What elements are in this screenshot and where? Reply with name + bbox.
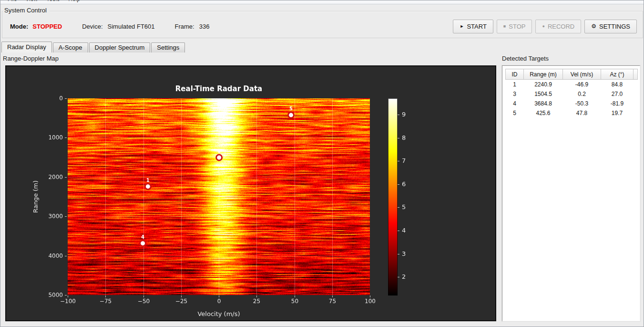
mode-status-value: STOPPED (32, 23, 62, 30)
detected-targets-table: ID Range (m) Vel (m/s) Az (°) 12240.9 -4… (505, 69, 638, 118)
range-doppler-plot-panel (5, 65, 496, 321)
menu-item-help[interactable]: Help (64, 0, 84, 4)
stop-button[interactable]: ■ STOP (497, 20, 532, 33)
mode-label: Mode: (10, 23, 28, 30)
device-value: Simulated FT601 (108, 23, 155, 30)
col-header-az[interactable]: Az (°) (601, 69, 634, 80)
range-doppler-map-caption: Range-Doppler Map (3, 55, 59, 62)
play-icon: ► (460, 24, 464, 29)
menu-item-view[interactable]: View (21, 0, 42, 4)
tab-bar: Radar Display A-Scope Doppler Spectrum S… (1, 42, 643, 53)
target-row[interactable]: 5425.6 47.819.7 (506, 108, 638, 118)
tab-settings[interactable]: Settings (151, 42, 185, 53)
target-row[interactable]: 43684.8 -50.3-81.9 (506, 99, 638, 108)
col-header-id[interactable]: ID (506, 69, 524, 80)
table-header-row: ID Range (m) Vel (m/s) Az (°) (506, 69, 638, 80)
range-doppler-heatmap (6, 66, 495, 320)
app-window: File View Tools Help System Control Mode… (0, 0, 644, 327)
device-label: Device: (82, 23, 102, 30)
system-control-title: System Control (3, 7, 50, 14)
detected-targets-caption: Detected Targets (502, 55, 549, 62)
menu-item-tools[interactable]: Tools (42, 0, 64, 4)
col-header-spacer (634, 69, 638, 80)
target-row[interactable]: 31504.5 0.227.0 (506, 89, 638, 99)
col-header-range[interactable]: Range (m) (524, 69, 563, 80)
menu-item-file[interactable]: File (3, 0, 21, 4)
settings-button[interactable]: ⚙ SETTINGS (584, 20, 637, 33)
record-icon: ● (542, 24, 544, 29)
tab-radar-display[interactable]: Radar Display (1, 42, 52, 53)
tab-a-scope[interactable]: A-Scope (53, 42, 88, 53)
frame-label: Frame: (175, 23, 194, 30)
menu-bar: File View Tools Help (0, 0, 644, 4)
col-header-vel[interactable]: Vel (m/s) (563, 69, 601, 80)
detected-targets-panel: ID Range (m) Vel (m/s) Az (°) 12240.9 -4… (502, 65, 640, 321)
tab-doppler-spectrum[interactable]: Doppler Spectrum (89, 42, 151, 53)
frame-counter-value: 336 (199, 23, 210, 30)
target-row[interactable]: 12240.9 -46.984.8 (506, 80, 638, 89)
gear-icon: ⚙ (591, 23, 596, 29)
system-control-group: System Control Mode: STOPPED Device: Sim… (2, 11, 643, 38)
stop-icon: ■ (503, 24, 506, 29)
record-button[interactable]: ● RECORD (535, 20, 581, 33)
start-button[interactable]: ► START (453, 20, 493, 33)
